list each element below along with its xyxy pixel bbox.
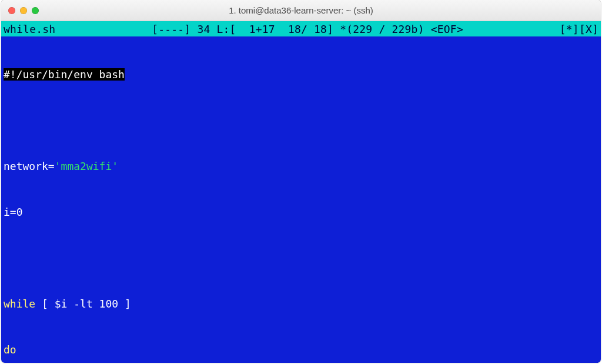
status-filename: while.sh (4, 23, 55, 35)
code-keyword: do (4, 343, 16, 356)
window-title: 1. tomi@data36-learn-server: ~ (ssh) (1, 5, 601, 15)
code-keyword: while (4, 298, 35, 310)
code-text: network= (4, 160, 55, 172)
editor-status-bar: while.sh [----] 34 L:[ 1+17 18/ 18] *(22… (1, 21, 601, 36)
code-text: i=0 (4, 206, 23, 218)
editor-content[interactable]: #!/usr/bin/env bash network='mma2wifi' i… (1, 36, 601, 363)
window-titlebar: 1. tomi@data36-learn-server: ~ (ssh) (1, 0, 601, 21)
code-shebang: #!/usr/bin/env bash (4, 68, 125, 81)
status-position: [----] 34 L:[ 1+17 18/ 18] *(229 / 229b)… (152, 23, 463, 35)
terminal-window: 1. tomi@data36-learn-server: ~ (ssh) whi… (1, 0, 601, 363)
code-text: [ $i -lt 100 ] (35, 298, 131, 310)
status-flags: [*][X] (560, 23, 598, 35)
code-string: 'mma2wifi' (55, 160, 118, 172)
